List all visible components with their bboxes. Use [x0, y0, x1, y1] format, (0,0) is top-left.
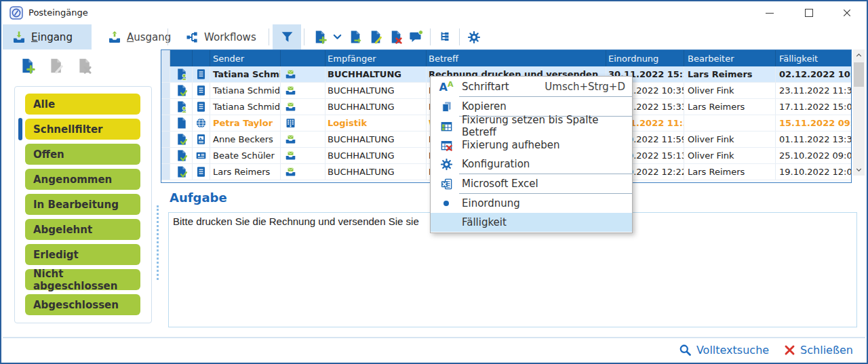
menu-item-label: Microsoft Excel	[462, 178, 632, 190]
menu-item-fixierung-setzen-bis-spalte-betreff[interactable]: Fixierung setzen bis Spalte Betreff	[431, 117, 632, 136]
header-bearbeiter[interactable]: Bearbeiter	[684, 50, 776, 66]
gear-icon	[431, 158, 462, 171]
row-select-strip[interactable]	[161, 132, 170, 147]
add-document-button[interactable]	[309, 24, 330, 49]
comment-button[interactable]	[406, 24, 426, 49]
doc-lines-icon	[195, 68, 207, 80]
row-type-cell	[193, 148, 210, 163]
header-betreff[interactable]: Betreff	[427, 50, 606, 66]
row-select-strip[interactable]	[161, 164, 170, 180]
row-due: 25.10.2022 09:00	[776, 148, 851, 163]
tab-workflows[interactable]: Workflows	[176, 24, 266, 49]
sidebar-splitter[interactable]	[157, 205, 159, 280]
delete-document-button[interactable]	[385, 24, 406, 49]
row-type-cell	[193, 66, 210, 82]
menu-item-fälligkeit[interactable]: Fälligkeit	[431, 213, 632, 232]
filter-button-offen[interactable]: Offen	[25, 144, 140, 165]
close-icon	[842, 7, 852, 18]
document-delete-icon	[389, 30, 403, 44]
aa-icon: AA	[431, 81, 462, 93]
row-select-strip[interactable]	[161, 148, 170, 163]
filter-button-alle[interactable]: Alle	[25, 94, 140, 115]
close-button[interactable]	[837, 4, 857, 22]
row-status-cell	[170, 164, 193, 180]
header-status[interactable]	[170, 50, 193, 66]
row-status-cell	[170, 132, 193, 147]
filter-delete-icon[interactable]	[76, 58, 92, 74]
row-status-cell	[170, 99, 193, 115]
header-type[interactable]	[193, 50, 210, 66]
header-faelligkeit[interactable]: Fälligkeit	[776, 50, 851, 66]
tablepin-icon	[440, 120, 453, 133]
filter-button-abgelehnt[interactable]: Abgelehnt	[25, 219, 140, 240]
tab-label: Eingang	[31, 31, 73, 43]
filter-button-in-bearbeitung[interactable]: In Bearbeitung	[25, 194, 140, 215]
tree-view-button[interactable]	[435, 24, 455, 49]
menu-item-microsoft-excel[interactable]: Microsoft Excel	[431, 174, 632, 193]
filter-button-nicht-abgeschlossen[interactable]: Nicht abgeschlossen	[25, 269, 140, 290]
add-document-dropdown[interactable]	[330, 24, 344, 49]
close-view-button[interactable]: Schließen	[784, 344, 853, 357]
doc-idcard-icon	[195, 150, 207, 161]
row-status-cell	[170, 148, 193, 163]
scroll-up-button[interactable]	[853, 49, 865, 61]
edit-document-button[interactable]	[365, 24, 385, 49]
filter-edit-icon[interactable]	[47, 58, 64, 74]
row-type-cell	[193, 83, 210, 98]
filter-toggle-button[interactable]	[273, 24, 301, 49]
row-select-strip[interactable]	[161, 115, 170, 131]
building-icon	[285, 117, 296, 129]
scrollbar-thumb[interactable]	[854, 62, 864, 87]
doc-lines-icon	[195, 85, 207, 96]
maximize-icon	[805, 9, 813, 17]
table-scrollbar[interactable]	[853, 49, 865, 176]
menu-item-label: Fixierung aufheben	[462, 139, 632, 151]
row-editor: Oliver Fink	[684, 83, 776, 98]
header-recipient-icon[interactable]	[281, 50, 326, 66]
settings-button[interactable]	[464, 24, 484, 49]
menu-item-label: Kopieren	[462, 100, 632, 113]
header-empfaenger[interactable]: Empfänger	[326, 50, 427, 66]
forward-document-button[interactable]	[344, 24, 365, 49]
menu-item-fixierung-aufheben[interactable]: Fixierung aufheben	[431, 136, 632, 155]
row-status-cell	[170, 83, 193, 98]
row-select-strip[interactable]	[161, 83, 170, 98]
row-status-cell	[170, 66, 193, 82]
row-type-cell	[193, 132, 210, 147]
row-recipient-icon-cell	[281, 148, 326, 163]
filter-button-erledigt[interactable]: Erledigt	[25, 244, 140, 265]
excel-icon	[431, 178, 462, 190]
menu-item-einordnung[interactable]: Einordnung	[431, 194, 632, 213]
row-recipient: BUCHHALTUNG	[326, 164, 427, 180]
task-heading: Aufgabe	[170, 190, 227, 205]
filter-button-schnellfilter[interactable]: Schnellfilter	[25, 119, 140, 140]
tab-ausgang[interactable]: Ausgang	[98, 24, 180, 49]
menu-item-konfiguration[interactable]: Konfiguration	[431, 155, 632, 174]
gear-icon	[440, 158, 453, 171]
header-sender[interactable]: Sender	[210, 50, 281, 66]
row-sender: Tatiana Schmid	[210, 66, 281, 82]
row-select-strip[interactable]	[161, 99, 170, 115]
tray-mail-icon	[285, 68, 296, 80]
row-sender: Tatiana Schmid	[210, 83, 281, 98]
filter-add-icon[interactable]	[19, 58, 35, 74]
maximize-button[interactable]	[799, 4, 819, 22]
menu-item-kopieren[interactable]: Kopieren	[431, 97, 632, 116]
row-type-cell	[193, 115, 210, 131]
filter-button-angenommen[interactable]: Angenommen	[25, 169, 140, 190]
row-type-cell	[193, 164, 210, 180]
minimize-button[interactable]	[760, 4, 780, 22]
doc-image-icon	[195, 134, 207, 145]
doc-person-icon	[175, 100, 188, 113]
scroll-down-button[interactable]	[853, 164, 865, 176]
row-select-strip[interactable]	[161, 66, 170, 82]
row-type-cell	[193, 99, 210, 115]
menu-item-schriftart[interactable]: AASchriftartUmsch+Strg+D	[431, 77, 632, 96]
workflow-icon	[185, 31, 199, 44]
filter-button-abgeschlossen[interactable]: Abgeschlossen	[25, 294, 140, 315]
menu-item-label: Fälligkeit	[462, 216, 632, 228]
row-due: 01.11.2022 13:30	[776, 132, 851, 147]
header-einordnung[interactable]: Einordnung	[606, 50, 684, 66]
tab-eingang[interactable]: Eingang	[3, 24, 92, 49]
fulltext-search-button[interactable]: Volltextsuche	[679, 344, 769, 357]
